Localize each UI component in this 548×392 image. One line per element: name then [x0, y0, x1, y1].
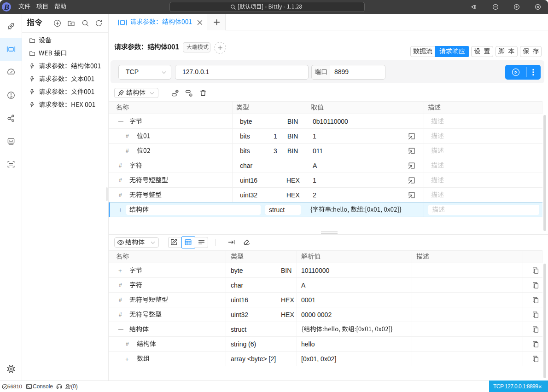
- svg-text:B: B: [4, 3, 9, 12]
